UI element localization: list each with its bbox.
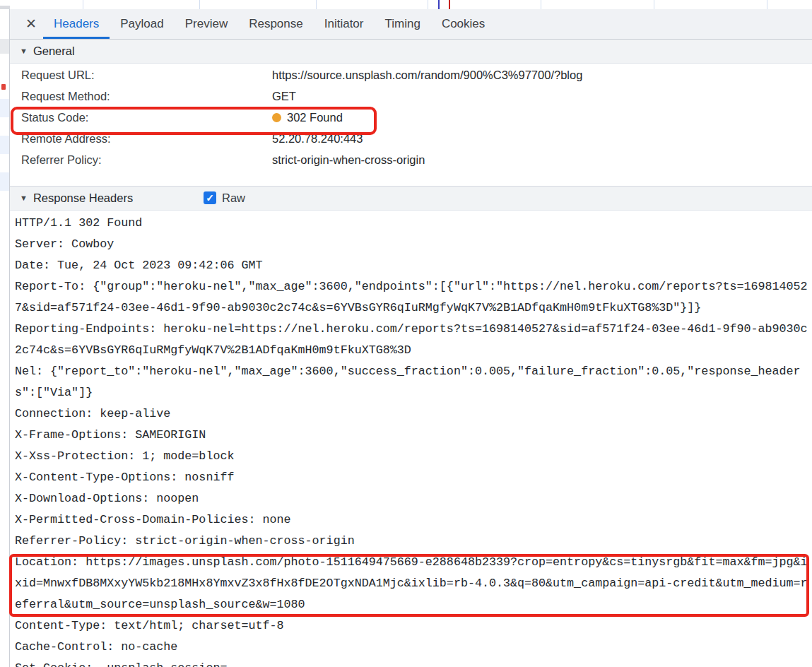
raw-header-line: 7&sid=af571f24-03ee-46d1-9f90-ab9030c2c7… [10, 297, 812, 319]
column-divider [316, 0, 317, 9]
raw-header-line: X-Frame-Options: SAMEORIGIN [10, 425, 812, 446]
raw-response-headers: HTTP/1.1 302 FoundServer: CowboyDate: Tu… [10, 211, 812, 667]
raw-checkbox[interactable]: ✓ [204, 191, 216, 204]
header-row-value-text: GET [272, 90, 296, 103]
request-row-fragment [0, 39, 9, 54]
tab-headers[interactable]: Headers [43, 9, 110, 39]
request-row-fragment [0, 99, 9, 117]
column-divider [199, 0, 200, 9]
tab-preview[interactable]: Preview [175, 9, 238, 39]
raw-checkbox-label[interactable]: Raw [222, 191, 245, 205]
raw-header-line: Date: Tue, 24 Oct 2023 09:42:06 GMT [10, 255, 812, 276]
header-row-value-text: 52.20.78.240:443 [272, 132, 363, 146]
raw-header-line: X-Content-Type-Options: nosniff [10, 467, 812, 488]
raw-header-line: Connection: keep-alive [10, 403, 812, 425]
request-row-fragment [0, 136, 9, 154]
disclosure-triangle-icon[interactable]: ▼ [20, 194, 28, 202]
raw-header-line: s":["Via"]} [10, 382, 812, 403]
header-row-label: Request URL: [21, 69, 272, 82]
tabs: HeadersPayloadPreviewResponseInitiatorTi… [43, 9, 495, 39]
details-tab-bar: ✕ HeadersPayloadPreviewResponseInitiator… [10, 9, 812, 40]
column-divider [767, 0, 767, 9]
header-row-status-code: Status Code:302 Found [10, 107, 812, 128]
raw-header-line: 2c74c&s=6YVBsGYR6qIuRMgfyWqK7V%2B1ADfqaK… [10, 340, 812, 361]
header-row-label: Status Code: [21, 111, 272, 124]
tab-payload[interactable]: Payload [110, 9, 174, 39]
header-row-value: https://source.unsplash.com/random/900%C… [272, 69, 812, 82]
column-divider [428, 0, 428, 9]
devtools-network-headers-panel: ✕ HeadersPayloadPreviewResponseInitiator… [0, 0, 812, 667]
tab-cookies[interactable]: Cookies [431, 9, 495, 39]
raw-header-line: X-Xss-Protection: 1; mode=block [10, 446, 812, 467]
header-row-request-method: Request Method:GET [10, 85, 812, 107]
raw-header-line: Reporting-Endpoints: heroku-nel=https://… [10, 319, 812, 340]
header-row-referrer-policy: Referrer Policy:strict-origin-when-cross… [10, 149, 812, 170]
general-section-header[interactable]: ▼ General [10, 40, 812, 64]
column-divider [541, 0, 541, 9]
response-headers-section-title: Response Headers [33, 191, 133, 205]
failed-request-text-fragment [1, 84, 6, 90]
tab-timing[interactable]: Timing [374, 9, 430, 39]
header-row-request-url: Request URL:https://source.unsplash.com/… [10, 64, 812, 85]
header-row-value-text: 302 Found [287, 111, 343, 124]
status-dot-icon [272, 113, 281, 122]
header-row-value: GET [272, 90, 812, 103]
tab-response[interactable]: Response [238, 9, 314, 39]
request-row-fragment [0, 172, 9, 191]
general-rows: Request URL:https://source.unsplash.com/… [10, 64, 812, 170]
raw-header-line: Nel: {"report_to":"heroku-nel","max_age"… [10, 361, 812, 382]
header-row-value-text: strict-origin-when-cross-origin [272, 153, 425, 167]
raw-header-line-location: Location: https://images.unsplash.com/ph… [10, 552, 812, 573]
column-divider [654, 0, 654, 9]
raw-header-line: Content-Type: text/html; charset=utf-8 [10, 615, 812, 637]
response-headers-section-header[interactable]: ▼ Response Headers ✓ Raw [10, 186, 812, 211]
close-icon[interactable]: ✕ [24, 17, 38, 31]
raw-header-line-clipped: Set-Cookie: _unsplash_session=… [10, 658, 812, 667]
tab-initiator[interactable]: Initiator [314, 9, 375, 39]
raw-header-line: Report-To: {"group":"heroku-nel","max_ag… [10, 276, 812, 297]
raw-header-line-location: eferral&utm_source=unsplash_source&w=108… [10, 594, 812, 615]
header-row-label: Remote Address: [21, 132, 272, 146]
header-row-value: 52.20.78.240:443 [272, 132, 812, 146]
raw-header-line: HTTP/1.1 302 Found [10, 213, 812, 234]
header-row-remote-address: Remote Address:52.20.78.240:443 [10, 128, 812, 149]
header-row-value: 302 Found [272, 111, 812, 124]
general-section-title: General [33, 45, 75, 58]
network-waterfall-edge [0, 0, 812, 10]
header-row-label: Request Method: [21, 90, 272, 103]
load-event-marker [449, 0, 450, 9]
header-row-value: strict-origin-when-cross-origin [272, 153, 812, 167]
column-divider [83, 0, 83, 9]
request-list-edge [0, 9, 10, 667]
raw-header-line: Server: Cowboy [10, 234, 812, 255]
raw-header-line: X-Download-Options: noopen [10, 488, 812, 509]
raw-header-line-location: xid=MnwxfDB8MXxyYW5kb218MHx8YmxvZ3x8fHx8… [10, 573, 812, 594]
domcontentloaded-marker [438, 0, 440, 9]
raw-header-line: Referrer-Policy: strict-origin-when-cros… [10, 531, 812, 552]
raw-header-line: X-Permitted-Cross-Domain-Policies: none [10, 509, 812, 531]
header-row-value-text: https://source.unsplash.com/random/900%C… [272, 69, 582, 82]
header-row-label: Referrer Policy: [21, 153, 272, 167]
disclosure-triangle-icon[interactable]: ▼ [20, 47, 28, 55]
raw-header-line: Cache-Control: no-cache [10, 637, 812, 658]
